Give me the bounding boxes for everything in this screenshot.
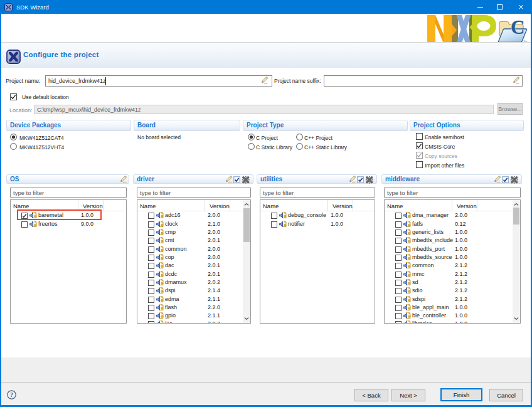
svg-text:?: ? [10,391,13,398]
svg-text:C: C [511,18,524,38]
